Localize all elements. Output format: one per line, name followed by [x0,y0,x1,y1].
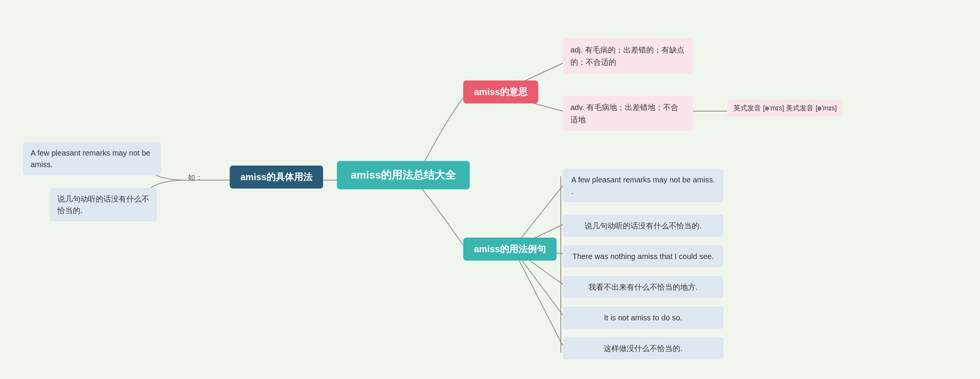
left-example1-text: A few pleasant remarks may not be amiss. [31,147,153,170]
adv-node: adv. 有毛病地；出差错地；不合适地 [563,96,693,131]
ex3-text: There was nothing amiss that I could see… [572,251,714,262]
specific-node: amiss的具体用法 [230,166,323,189]
central-node: amiss的用法总结大全 [337,161,470,189]
left-example1-node: A few pleasant remarks may not be amiss. [23,142,161,176]
left-remark-node: 说几句动听的话没有什么不恰当的. [50,188,157,221]
specific-label: amiss的具体用法 [240,171,312,183]
pronunciation-node: 英式发音 [ə'mɪs] 美式发音 [ə'mɪs] [727,100,843,116]
example4-node: 我看不出来有什么不恰当的地方. [563,276,724,298]
adv-text: adv. 有毛病地；出差错地；不合适地 [570,101,685,126]
connector-label: 如： [188,172,203,183]
ex1-text: A few pleasant remarks may not be amiss.… [571,174,715,197]
ex5-text: It is not amiss to do so. [604,312,683,323]
examples-node: amiss的用法例句 [463,238,557,261]
example6-node: 这样做没什么不恰当的. [563,337,724,359]
ex4-text: 我看不出来有什么不恰当的地方. [588,281,698,293]
central-label: amiss的用法总结大全 [351,168,456,182]
example3-node: There was nothing amiss that I could see… [563,245,724,267]
ex2-text: 说几句动听的话没有什么不恰当的. [585,220,702,231]
adj-node: adj. 有毛病的；出差错的；有缺点的；不合适的 [563,38,693,74]
svg-line-10 [513,248,563,346]
examples-label: amiss的用法例句 [474,243,546,255]
meaning-node: amiss的意思 [463,80,538,103]
meaning-label: amiss的意思 [474,86,528,98]
example5-node: It is not amiss to do so. [563,307,724,329]
ex6-text: 这样做没什么不恰当的. [604,343,683,354]
left-remark-text: 说几句动听的话没有什么不恰当的. [57,193,149,216]
mind-map: amiss的用法总结大全 amiss的具体用法 如： A few pleasan… [0,0,980,379]
example2-node: 说几句动听的话没有什么不恰当的. [563,215,724,237]
example1-node: A few pleasant remarks may not be amiss.… [563,169,724,202]
pronunciation-text: 英式发音 [ə'mɪs] 美式发音 [ə'mɪs] [733,103,837,113]
adj-text: adj. 有毛病的；出差错的；有缺点的；不合适的 [570,44,685,68]
